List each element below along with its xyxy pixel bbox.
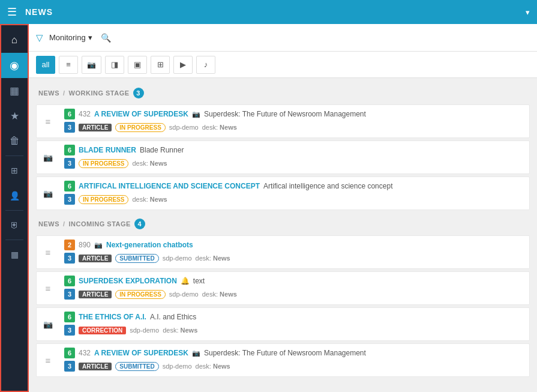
article-title[interactable]: ARTIFICAL INTELLIGENCE AND SCIENCE CONCE… (79, 182, 260, 190)
sidebar-item-shield[interactable]: ⛨ (1, 213, 28, 238)
article-media-icon: 📷 (192, 110, 200, 118)
news-dropdown[interactable]: ▾ (526, 8, 530, 17)
stage-separator-1: / (63, 89, 65, 97)
sidebar-item-home[interactable]: ⌂ (1, 28, 28, 53)
article-bottom-row: 3 IN PROGRESS desk: News (64, 194, 524, 205)
article-type-tag: ARTICLE (79, 124, 112, 131)
home-icon: ⌂ (11, 34, 17, 46)
monitor-icon: ⊞ (11, 166, 18, 175)
filter-thumbnail-button[interactable]: ▣ (128, 56, 147, 74)
article-subtitle: Superdesk: The Future of Newsroom Manage… (204, 349, 366, 357)
sidebar-item-user[interactable]: 👤 (1, 183, 28, 208)
article-type-icon: ≡ (37, 272, 59, 304)
article-type-tag: ARTICLE (79, 255, 112, 262)
article-version-badge: 6 (64, 145, 75, 155)
article-card: ≡ 2 890 📷 Next-generation chatbots 3 ART… (36, 235, 530, 269)
search-icon: 🔍 (101, 33, 111, 43)
article-body: 6 432 A REVIEW OF SUPERDESK 📷 Superdesk:… (59, 344, 529, 376)
filter-video-button[interactable]: ▶ (173, 56, 193, 74)
article-title[interactable]: SUPERDESK EXPLORATION (79, 277, 177, 285)
sidebar-item-monitor[interactable]: ⊞ (1, 158, 28, 183)
article-status-tag: IN PROGRESS (115, 123, 165, 132)
article-desk-label: desk: News (132, 160, 167, 167)
audio-icon: ♪ (204, 60, 208, 69)
article-meta-source: sdp-demo (169, 124, 199, 131)
article-body: 6 432 A REVIEW OF SUPERDESK 📷 Superdesk:… (59, 105, 529, 137)
incoming-stage-news-label: NEWS (38, 220, 59, 228)
article-count-badge: 3 (64, 289, 75, 300)
article-top-row: 6 432 A REVIEW OF SUPERDESK 📷 Superdesk:… (64, 109, 524, 119)
article-body: 6 ARTIFICAL INTELLIGENCE AND SCIENCE CON… (59, 177, 529, 210)
article-type-icon: ≡ (37, 344, 59, 376)
search-button[interactable]: 🔍 (101, 33, 111, 43)
filter-text-button[interactable]: ≡ (59, 56, 78, 74)
article-count-badge: 3 (64, 361, 75, 372)
filter-graphic-button[interactable]: ◨ (105, 56, 124, 74)
article-top-row: 6 ARTIFICAL INTELLIGENCE AND SCIENCE CON… (64, 181, 524, 191)
text-icon: ≡ (66, 60, 71, 69)
article-subtitle: Artifical intelligence and science conce… (263, 182, 392, 190)
article-top-row: 6 432 A REVIEW OF SUPERDESK 📷 Superdesk:… (64, 348, 524, 358)
article-version-badge: 2 (64, 240, 75, 250)
article-version-badge: 6 (64, 181, 75, 191)
article-desk-label: desk: News (132, 196, 167, 203)
filter-composite-button[interactable]: ⊞ (151, 56, 170, 74)
article-status-tag: IN PROGRESS (115, 290, 165, 299)
article-top-row: 6 THE ETHICS OF A.I. A.I. and Ethics (64, 312, 524, 322)
working-stage-label: WORKING STAGE (69, 89, 130, 97)
grid-icon: ▦ (11, 250, 19, 259)
trash-icon: 🗑 (10, 135, 20, 147)
working-stage-news-label: NEWS (38, 89, 59, 97)
working-stage-header: NEWS / WORKING STAGE 3 (29, 84, 537, 102)
incoming-stage-count: 4 (134, 219, 145, 229)
filter-audio-button[interactable]: ♪ (196, 56, 215, 74)
article-subtitle: A.I. and Ethics (150, 313, 196, 321)
article-card: 📷 6 BLADE RUNNER Blade Runner 3 IN PROGR… (36, 140, 530, 174)
article-meta-source: sdp-demo (163, 363, 192, 370)
article-title[interactable]: THE ETHICS OF A.I. (79, 313, 146, 321)
article-status-tag: CORRECTION (79, 327, 126, 334)
sidebar-item-grid[interactable]: ▦ (1, 242, 28, 267)
sidebar-item-trash[interactable]: 🗑 (1, 128, 28, 154)
article-desk-label: desk: News (196, 363, 230, 370)
article-version-badge: 6 (64, 109, 75, 119)
sidebar-divider-2 (5, 210, 24, 211)
sidebar-item-calendar[interactable]: ▦ (1, 78, 28, 103)
incoming-stage-label: INCOMING STAGE (69, 220, 131, 228)
article-card: 📷 6 THE ETHICS OF A.I. A.I. and Ethics 3… (36, 307, 530, 341)
article-type-icon: ≡ (37, 236, 59, 268)
calendar-icon: ▦ (10, 85, 19, 97)
app-title: NEWS (25, 7, 526, 17)
content-area: ▽ Monitoring ▾ 🔍 all ≡ 📷 ◨ (29, 24, 537, 392)
filter-icon[interactable]: ▽ (36, 32, 43, 43)
sidebar-item-favorites[interactable]: ★ (1, 103, 28, 128)
thumbnail-icon: ▣ (134, 60, 141, 69)
article-title[interactable]: BLADE RUNNER (79, 146, 136, 154)
video-icon: ▶ (180, 60, 186, 69)
hamburger-icon[interactable]: ☰ (7, 5, 17, 19)
article-body: 6 BLADE RUNNER Blade Runner 3 IN PROGRES… (59, 141, 529, 173)
article-type-icon: 📷 (37, 308, 59, 340)
monitoring-dropdown[interactable]: Monitoring ▾ (49, 33, 92, 42)
working-stage-count: 3 (133, 88, 144, 98)
article-type-tag: ARTICLE (79, 363, 112, 370)
filter-all-button[interactable]: all (36, 56, 55, 74)
article-status-tag: IN PROGRESS (79, 159, 128, 168)
article-bottom-row: 3 ARTICLE SUBMITTED sdp-demo desk: News (64, 361, 524, 372)
article-count-badge: 3 (64, 325, 75, 336)
article-desk-label: desk: News (202, 291, 237, 298)
article-title[interactable]: Next-generation chatbots (106, 241, 193, 249)
article-top-row: 6 SUPERDESK EXPLORATION 🔔 text (64, 276, 524, 286)
filter-photo-button[interactable]: 📷 (82, 56, 101, 74)
article-top-row: 6 BLADE RUNNER Blade Runner (64, 145, 524, 155)
photo-icon: 📷 (87, 61, 96, 69)
article-type-icon: 📷 (37, 141, 59, 173)
article-title[interactable]: A REVIEW OF SUPERDESK (94, 349, 188, 357)
article-top-row: 2 890 📷 Next-generation chatbots (64, 240, 524, 250)
sidebar-item-monitoring[interactable]: ◉ (1, 53, 28, 78)
type-filter-bar: all ≡ 📷 ◨ ▣ ⊞ ▶ ♪ (29, 52, 537, 78)
article-count-badge: 3 (64, 253, 75, 264)
article-status-tag: IN PROGRESS (79, 195, 128, 204)
article-bottom-row: 3 ARTICLE SUBMITTED sdp-demo desk: News (64, 253, 524, 264)
article-title[interactable]: A REVIEW OF SUPERDESK (94, 110, 188, 118)
